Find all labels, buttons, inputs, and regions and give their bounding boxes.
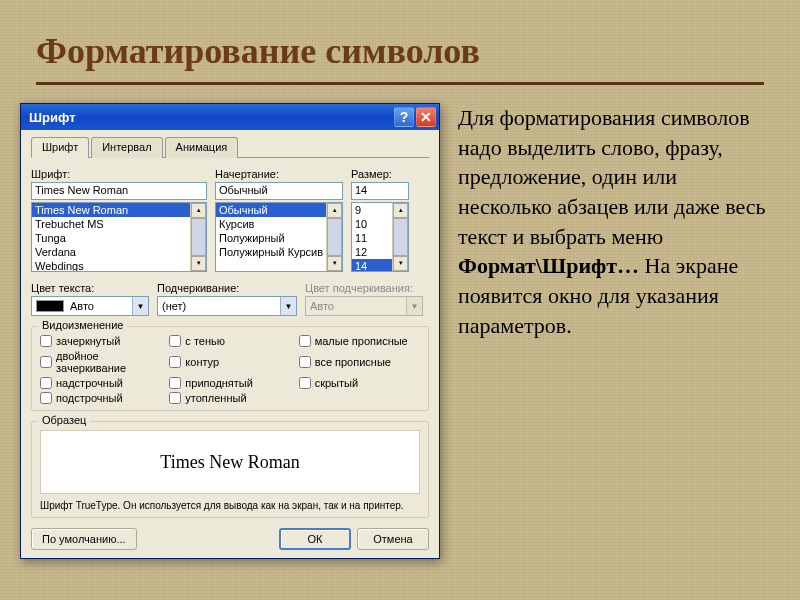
scroll-up-icon[interactable]: ▴ xyxy=(393,203,408,218)
list-item[interactable]: Tunga xyxy=(32,231,206,245)
truetype-note: Шрифт TrueType. Он используется для выво… xyxy=(40,500,420,511)
slide-body-1: Для форматирования символов надо выделит… xyxy=(458,105,766,249)
underline-color-label: Цвет подчеркивания: xyxy=(305,282,423,294)
list-item[interactable]: Trebuchet MS xyxy=(32,217,206,231)
combo-value: Авто xyxy=(310,300,334,312)
scroll-down-icon[interactable]: ▾ xyxy=(327,256,342,271)
preview-box: Times New Roman xyxy=(40,430,420,494)
divider xyxy=(36,82,764,85)
tab-spacing[interactable]: Интервал xyxy=(91,137,162,158)
list-item[interactable]: Полужирный Курсив xyxy=(216,245,342,259)
combo-value: (нет) xyxy=(162,300,186,312)
scroll-thumb[interactable] xyxy=(327,218,342,256)
scroll-thumb[interactable] xyxy=(393,218,408,256)
chk-engrave[interactable]: утопленный xyxy=(169,392,290,404)
tab-animation[interactable]: Анимация xyxy=(165,137,239,158)
titlebar[interactable]: Шрифт ? ✕ xyxy=(21,104,439,130)
chevron-down-icon: ▼ xyxy=(406,297,422,315)
list-item[interactable]: Times New Roman xyxy=(32,203,206,217)
close-button[interactable]: ✕ xyxy=(416,107,436,127)
chk-subscript[interactable]: подстрочный xyxy=(40,392,161,404)
list-item[interactable]: Обычный xyxy=(216,203,342,217)
effects-group: Видоизменение зачеркнутый с тенью малые … xyxy=(31,326,429,411)
scroll-up-icon[interactable]: ▴ xyxy=(327,203,342,218)
chk-emboss[interactable]: приподнятый xyxy=(169,377,290,389)
dialog-title: Шрифт xyxy=(29,110,76,125)
size-label: Размер: xyxy=(351,168,409,180)
font-input[interactable]: Times New Roman xyxy=(31,182,207,200)
chevron-down-icon[interactable]: ▼ xyxy=(280,297,296,315)
text-color-combo[interactable]: Авто ▼ xyxy=(31,296,149,316)
help-button[interactable]: ? xyxy=(394,107,414,127)
text-color-label: Цвет текста: xyxy=(31,282,149,294)
ok-button[interactable]: ОК xyxy=(279,528,351,550)
combo-value: Авто xyxy=(70,300,94,312)
underline-color-combo: Авто ▼ xyxy=(305,296,423,316)
list-item[interactable]: Курсив xyxy=(216,217,342,231)
scroll-down-icon[interactable]: ▾ xyxy=(393,256,408,271)
chk-outline[interactable]: контур xyxy=(169,350,290,374)
chk-smallcaps[interactable]: малые прописные xyxy=(299,335,420,347)
size-input[interactable]: 14 xyxy=(351,182,409,200)
style-label: Начертание: xyxy=(215,168,343,180)
scrollbar[interactable]: ▴ ▾ xyxy=(392,203,408,271)
style-input[interactable]: Обычный xyxy=(215,182,343,200)
font-dialog: Шрифт ? ✕ Шрифт Интервал Анимация Шрифт:… xyxy=(20,103,440,559)
slide-body: Для форматирования символов надо выделит… xyxy=(458,103,780,559)
chk-dbl-strike[interactable]: двойное зачеркивание xyxy=(40,350,161,374)
color-swatch xyxy=(36,300,64,312)
slide-body-bold: Формат\Шрифт… xyxy=(458,253,639,278)
preview-legend: Образец xyxy=(38,414,90,426)
chk-superscript[interactable]: надстрочный xyxy=(40,377,161,389)
font-label: Шрифт: xyxy=(31,168,207,180)
chevron-down-icon[interactable]: ▼ xyxy=(132,297,148,315)
tabs: Шрифт Интервал Анимация xyxy=(31,136,429,158)
size-list[interactable]: 9 10 11 12 14 ▴ ▾ xyxy=(351,202,409,272)
effects-legend: Видоизменение xyxy=(38,319,127,331)
preview-group: Образец Times New Roman Шрифт TrueType. … xyxy=(31,421,429,518)
list-item[interactable]: Verdana xyxy=(32,245,206,259)
chk-allcaps[interactable]: все прописные xyxy=(299,350,420,374)
list-item[interactable]: Webdings xyxy=(32,259,206,272)
font-list[interactable]: Times New Roman Trebuchet MS Tunga Verda… xyxy=(31,202,207,272)
list-item[interactable]: Полужирный xyxy=(216,231,342,245)
underline-combo[interactable]: (нет) ▼ xyxy=(157,296,297,316)
chk-strikethrough[interactable]: зачеркнутый xyxy=(40,335,161,347)
tab-font[interactable]: Шрифт xyxy=(31,137,89,158)
underline-label: Подчеркивание: xyxy=(157,282,297,294)
chk-shadow[interactable]: с тенью xyxy=(169,335,290,347)
slide-title: Форматирование символов xyxy=(20,10,780,82)
scroll-thumb[interactable] xyxy=(191,218,206,256)
chk-hidden[interactable]: скрытый xyxy=(299,377,420,389)
scroll-up-icon[interactable]: ▴ xyxy=(191,203,206,218)
cancel-button[interactable]: Отмена xyxy=(357,528,429,550)
scroll-down-icon[interactable]: ▾ xyxy=(191,256,206,271)
style-list[interactable]: Обычный Курсив Полужирный Полужирный Кур… xyxy=(215,202,343,272)
default-button[interactable]: По умолчанию... xyxy=(31,528,137,550)
scrollbar[interactable]: ▴ ▾ xyxy=(326,203,342,271)
scrollbar[interactable]: ▴ ▾ xyxy=(190,203,206,271)
